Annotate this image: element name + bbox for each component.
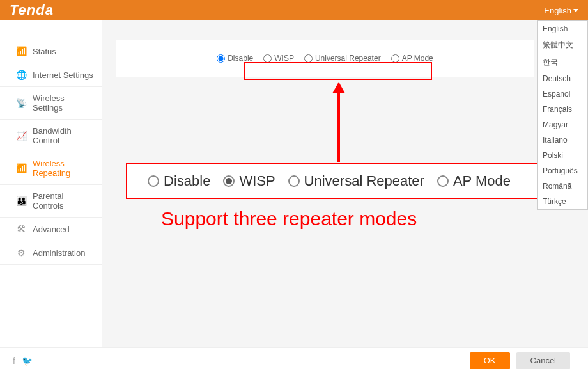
- ok-button[interactable]: OK: [470, 352, 510, 369]
- mode-option-label: WISP: [239, 173, 275, 189]
- radio-icon: [437, 175, 449, 187]
- language-option[interactable]: Română: [538, 179, 587, 194]
- language-option[interactable]: Español: [538, 86, 587, 102]
- sidebar-item-label: Internet Settings: [33, 70, 93, 80]
- mode-option-label: WISP: [274, 54, 294, 63]
- language-option[interactable]: 繁體中文: [538, 36, 587, 54]
- mode-option-big-disable: Disable: [148, 173, 210, 189]
- social-icons: f 🐦: [13, 356, 35, 366]
- annotation-caption: Support three repeater modes: [161, 208, 417, 230]
- sidebar-item-wireless-settings[interactable]: 📡Wireless Settings: [0, 87, 102, 120]
- language-label: English: [544, 6, 571, 15]
- mode-option-label: Disable: [164, 173, 210, 189]
- mode-option-big-universal-repeater: Universal Repeater: [288, 173, 424, 189]
- sidebar-item-label: Advanced: [33, 225, 70, 234]
- radio-icon: [288, 175, 300, 187]
- facebook-icon[interactable]: f: [13, 356, 17, 366]
- parental-controls-icon: 👪: [16, 196, 26, 206]
- sidebar-item-label: Wireless Settings: [33, 93, 94, 113]
- language-option[interactable]: Polski: [538, 148, 587, 163]
- sidebar-item-internet-settings[interactable]: 🌐Internet Settings: [0, 63, 102, 87]
- sidebar-item-bandwidth-control[interactable]: 📈Bandwidth Control: [0, 120, 102, 152]
- language-selector[interactable]: English: [544, 6, 578, 15]
- mode-option-label: AP Mode: [402, 54, 433, 63]
- footer-bar: f 🐦 OK Cancel: [0, 347, 588, 373]
- radio-icon: [223, 175, 235, 187]
- cancel-button[interactable]: Cancel: [516, 352, 570, 369]
- internet-settings-icon: 🌐: [16, 70, 26, 80]
- sidebar-item-label: Parental Controls: [33, 191, 94, 210]
- language-option[interactable]: Français: [538, 102, 587, 117]
- mode-option-disable[interactable]: Disable: [217, 54, 253, 63]
- twitter-icon[interactable]: 🐦: [22, 356, 35, 366]
- mode-option-big-ap-mode: AP Mode: [437, 173, 511, 189]
- mode-option-label: AP Mode: [453, 173, 511, 189]
- mode-panel: DisableWISPUniversal RepeaterAP Mode: [116, 40, 534, 77]
- mode-option-label: Universal Repeater: [304, 173, 424, 189]
- caret-down-icon: [573, 9, 578, 12]
- radio-input[interactable]: [217, 54, 225, 63]
- sidebar-item-label: Wireless Repeating: [33, 159, 94, 178]
- annotation-radio-enlarged: DisableWISPUniversal RepeaterAP Mode: [126, 163, 538, 199]
- wireless-settings-icon: 📡: [16, 98, 26, 108]
- advanced-icon: 🛠: [16, 224, 26, 234]
- bandwidth-control-icon: 📈: [16, 131, 26, 141]
- mode-option-label: Universal Repeater: [315, 54, 381, 63]
- header-bar: Tenda English: [0, 0, 588, 20]
- language-option[interactable]: Magyar: [538, 117, 587, 132]
- sidebar-item-advanced[interactable]: 🛠Advanced: [0, 218, 102, 241]
- sidebar: 📶Status🌐Internet Settings📡Wireless Setti…: [0, 20, 102, 353]
- sidebar-item-label: Bandwidth Control: [33, 126, 94, 145]
- wireless-repeating-icon: 📶: [16, 163, 26, 173]
- status-icon: 📶: [16, 46, 26, 56]
- mode-option-universal-repeater[interactable]: Universal Repeater: [304, 54, 381, 63]
- language-option[interactable]: Türkçe: [538, 194, 587, 209]
- language-option[interactable]: Deutsch: [538, 71, 587, 86]
- radio-input[interactable]: [263, 54, 272, 63]
- language-option[interactable]: 한국: [538, 54, 587, 71]
- mode-option-ap-mode[interactable]: AP Mode: [391, 54, 433, 63]
- language-dropdown: English繁體中文한국DeutschEspañolFrançaisMagya…: [537, 20, 588, 210]
- language-option[interactable]: Português: [538, 163, 587, 179]
- sidebar-item-parental-controls[interactable]: 👪Parental Controls: [0, 185, 102, 218]
- language-option[interactable]: Italiano: [538, 132, 587, 148]
- language-option[interactable]: English: [538, 21, 587, 36]
- sidebar-item-wireless-repeating[interactable]: 📶Wireless Repeating: [0, 152, 102, 185]
- radio-input[interactable]: [304, 54, 313, 63]
- mode-option-wisp[interactable]: WISP: [263, 54, 294, 63]
- administration-icon: ⚙: [16, 248, 26, 258]
- sidebar-item-label: Status: [33, 47, 56, 56]
- mode-option-big-wisp: WISP: [223, 173, 275, 189]
- sidebar-item-status[interactable]: 📶Status: [0, 40, 102, 63]
- mode-option-label: Disable: [228, 54, 253, 63]
- radio-icon: [148, 175, 159, 187]
- radio-input[interactable]: [391, 54, 399, 63]
- mode-radio-row: DisableWISPUniversal RepeaterAP Mode: [122, 54, 528, 63]
- sidebar-item-label: Administration: [33, 248, 85, 258]
- sidebar-item-administration[interactable]: ⚙Administration: [0, 241, 102, 265]
- brand-logo: Tenda: [10, 2, 54, 19]
